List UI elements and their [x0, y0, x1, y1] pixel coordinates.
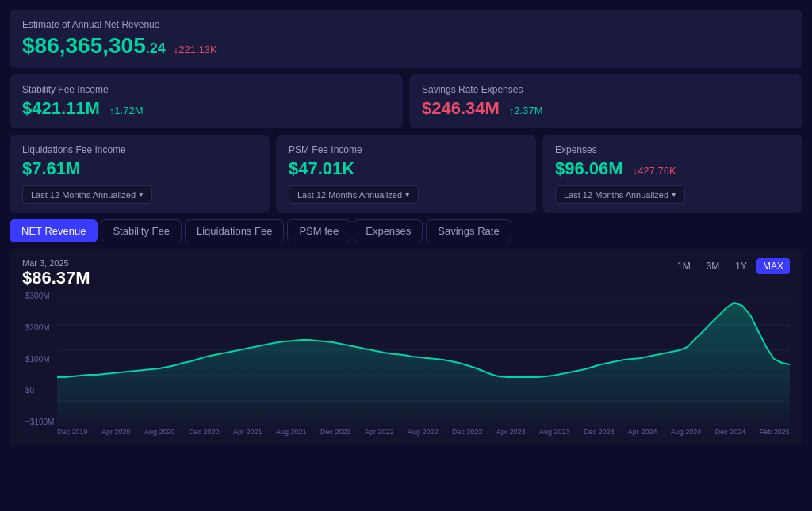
savings-rate-expenses-value: $246.34M [422, 98, 500, 119]
time-3m[interactable]: 3M [700, 258, 726, 274]
annual-net-revenue-change: ↓221.13K [174, 44, 217, 55]
chart-plot: $300M $200M $100M $0 −$100M [22, 292, 790, 426]
savings-rate-expenses-change: ↑2.37M [509, 105, 543, 116]
psm-fee-label: PSM Fee Income [289, 144, 523, 155]
bottom-row: Liquidations Fee Income $7.61M Last 12 M… [10, 135, 802, 213]
expenses-value: $96.06M [555, 158, 623, 179]
stability-fee-income-label: Stability Fee Income [22, 84, 390, 95]
time-1y[interactable]: 1Y [729, 258, 753, 274]
stability-fee-income-value: $421.11M [22, 98, 100, 119]
tab-net-revenue[interactable]: NET Revenue [10, 219, 98, 242]
stability-fee-income-change: ↑1.72M [109, 105, 144, 116]
x-axis-labels: Dec 2019 Apr 2020 Aug 2020 Dec 2020 Apr … [22, 426, 790, 436]
expenses-change: ↓427.76K [633, 165, 676, 177]
chart-svg [22, 292, 790, 426]
annual-net-revenue-label: Estimate of Annual Net Revenue [22, 19, 790, 30]
time-1m[interactable]: 1M [671, 258, 697, 274]
annual-net-revenue-card: Estimate of Annual Net Revenue $86,365,3… [10, 10, 802, 68]
time-range-buttons: 1M 3M 1Y MAX [671, 258, 790, 274]
savings-rate-expenses-card: Savings Rate Expenses $246.34M ↑2.37M [409, 74, 802, 128]
chart-date: Mar 3, 2025 [22, 258, 90, 268]
annual-net-revenue-value: $86,365,305.24 [22, 33, 166, 59]
chevron-down-icon: ▾ [139, 189, 144, 200]
time-max[interactable]: MAX [756, 258, 790, 274]
main-chart: Mar 3, 2025 $86.37M 1M 3M 1Y MAX $300M $… [10, 249, 802, 445]
chevron-down-icon: ▾ [405, 189, 410, 200]
psm-dropdown[interactable]: Last 12 Months Annualized ▾ [289, 185, 419, 204]
savings-rate-expenses-label: Savings Rate Expenses [422, 84, 790, 95]
tab-expenses[interactable]: Expenses [354, 219, 423, 242]
expenses-dropdown[interactable]: Last 12 Months Annualized ▾ [555, 185, 685, 204]
chart-tabs: NET Revenue Stability Fee Liquidations F… [10, 219, 802, 242]
stability-fee-income-card: Stability Fee Income $421.11M ↑1.72M [10, 74, 403, 128]
expenses-card: Expenses $96.06M ↓427.76K Last 12 Months… [542, 135, 802, 213]
liquidations-fee-label: Liquidations Fee Income [22, 144, 257, 155]
chart-current-value: $86.37M [22, 268, 90, 288]
tab-psm-fee[interactable]: PSM fee [287, 219, 350, 242]
tab-liquidations-fee[interactable]: Liquidations Fee [185, 219, 284, 242]
expenses-label: Expenses [555, 144, 790, 155]
psm-fee-card: PSM Fee Income $47.01K Last 12 Months An… [276, 135, 536, 213]
liquidations-dropdown[interactable]: Last 12 Months Annualized ▾ [22, 185, 152, 204]
tab-savings-rate[interactable]: Savings Rate [426, 219, 511, 242]
tab-stability-fee[interactable]: Stability Fee [101, 219, 182, 242]
liquidations-fee-card: Liquidations Fee Income $7.61M Last 12 M… [10, 135, 270, 213]
liquidations-fee-value: $7.61M [22, 158, 80, 178]
mid-row: Stability Fee Income $421.11M ↑1.72M Sav… [10, 74, 802, 128]
chevron-down-icon: ▾ [672, 189, 676, 200]
psm-fee-value: $47.01K [289, 158, 354, 178]
